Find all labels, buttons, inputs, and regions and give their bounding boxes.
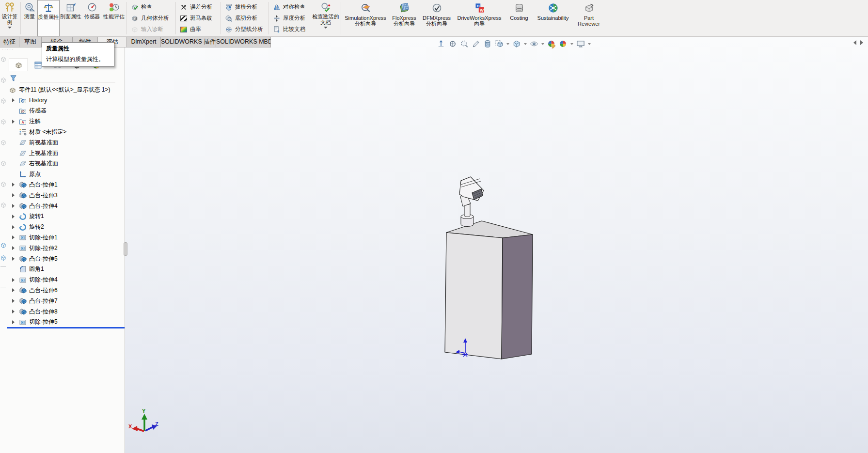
- geometry-analysis-button[interactable]: 几何体分析: [131, 13, 173, 24]
- hide-show-items-button[interactable]: [529, 39, 539, 48]
- tree-item[interactable]: 凸台-拉伸8: [7, 307, 124, 317]
- expand-arrow-icon[interactable]: [12, 288, 15, 292]
- dropdown-arrow-icon[interactable]: [541, 43, 544, 45]
- filter-input[interactable]: [20, 75, 115, 82]
- tree-item[interactable]: 切除-拉伸1: [7, 233, 124, 243]
- costing-button-label: Costing: [510, 15, 528, 21]
- tree-item[interactable]: 旋转2: [7, 222, 124, 232]
- curvature-button[interactable]: 曲率: [180, 24, 218, 35]
- expand-arrow-icon[interactable]: [12, 235, 15, 239]
- boss-extrude-icon: [19, 202, 27, 210]
- driveworksxpress-button[interactable]: DWDriveWorksXpress 向导: [454, 0, 505, 36]
- design-study-button[interactable]: 设计算例: [0, 0, 19, 36]
- expand-arrow-icon[interactable]: [12, 310, 15, 313]
- dfmxpress-button[interactable]: DFMXpress 分析向导: [420, 0, 454, 36]
- measure-button[interactable]: 测量: [22, 0, 37, 36]
- thickness-analysis-button[interactable]: 厚度分析: [273, 13, 310, 24]
- section-view-button[interactable]: [483, 39, 492, 48]
- compare-documents-button[interactable]: ?比较文档: [273, 24, 310, 35]
- tree-item[interactable]: 切除-拉伸2: [7, 243, 124, 253]
- dropdown-arrow-icon[interactable]: [506, 43, 509, 45]
- edit-appearance-button[interactable]: [547, 39, 556, 48]
- dropdown-arrow-icon[interactable]: [570, 43, 573, 45]
- chevron-right-icon[interactable]: [860, 40, 863, 45]
- tree-item[interactable]: 凸台-拉伸3: [7, 190, 124, 201]
- view-settings-button[interactable]: [576, 39, 585, 48]
- check-button[interactable]: 检查: [131, 1, 173, 13]
- deviation-analysis-button[interactable]: 误差分析: [180, 1, 218, 13]
- expand-arrow-icon[interactable]: [12, 193, 15, 197]
- up-arrow-button[interactable]: [436, 39, 446, 48]
- tree-root-item[interactable]: 零件11 (默认<<默认>_显示状态 1>): [7, 85, 124, 95]
- expand-arrow-icon[interactable]: [12, 299, 15, 303]
- tree-item[interactable]: 凸台-拉伸7: [7, 296, 124, 306]
- expand-arrow-icon[interactable]: [12, 278, 15, 282]
- expand-arrow-icon[interactable]: [12, 215, 15, 219]
- tree-item[interactable]: 凸台-拉伸4: [7, 201, 124, 211]
- tree-item[interactable]: 材质 <未指定>: [7, 127, 124, 137]
- tree-item[interactable]: 上视基准面: [7, 148, 124, 158]
- tab-1[interactable]: 特征: [0, 37, 19, 47]
- tab-6[interactable]: DimXpert: [127, 37, 161, 47]
- mass-properties-button[interactable]: 质量属性: [37, 0, 60, 36]
- parting-line-analysis-button[interactable]: 分型线分析: [225, 24, 266, 35]
- sustainability-button[interactable]: Sustainability: [533, 0, 573, 36]
- expand-arrow-icon[interactable]: [12, 98, 15, 102]
- tree-item[interactable]: 前视基准面: [7, 138, 124, 148]
- tree-item[interactable]: 旋转1: [7, 211, 124, 221]
- tree-item-label: 前视基准面: [29, 139, 58, 147]
- tab-7[interactable]: SOLIDWORKS 插件: [161, 37, 216, 47]
- sensor-button[interactable]: 传感器: [82, 0, 102, 36]
- simulationxpress-button-label: SimulationXpress 分析向导: [345, 15, 386, 27]
- chevron-left-icon[interactable]: [853, 40, 856, 45]
- ribbon-tool-group: 对称检查厚度分析?比较文档: [270, 0, 312, 36]
- filter-funnel-icon[interactable]: [10, 75, 17, 82]
- pencil-button[interactable]: [471, 39, 481, 48]
- tree-item[interactable]: 凸台-拉伸1: [7, 180, 124, 190]
- dropdown-arrow-icon[interactable]: [524, 43, 527, 45]
- zoom-to-fit-button[interactable]: [448, 39, 458, 48]
- apply-scene-button[interactable]: [558, 39, 568, 48]
- expand-arrow-icon[interactable]: [12, 204, 15, 208]
- tree-item[interactable]: 传感器: [7, 106, 124, 116]
- tree-item[interactable]: 切除-拉伸5: [7, 317, 124, 327]
- zebra-stripes-button[interactable]: 斑马条纹: [180, 13, 218, 24]
- graphics-viewport[interactable]: [125, 37, 868, 453]
- costing-button[interactable]: Costing: [505, 0, 533, 36]
- simulationxpress-button[interactable]: SimulationXpress 分析向导: [342, 0, 389, 36]
- tab-2[interactable]: 草图: [19, 37, 42, 47]
- tree-item[interactable]: 原点: [7, 169, 124, 179]
- tree-item[interactable]: 凸台-拉伸5: [7, 254, 124, 264]
- section-properties-button[interactable]: 剖面属性: [60, 0, 82, 36]
- expand-arrow-icon[interactable]: [12, 183, 15, 187]
- expand-arrow-icon[interactable]: [12, 257, 15, 261]
- zoom-to-area-button[interactable]: [459, 39, 469, 48]
- symmetry-check-button[interactable]: 对称检查: [273, 1, 310, 13]
- tree-item[interactable]: 圆角1: [7, 264, 124, 274]
- expand-arrow-icon[interactable]: [12, 225, 15, 229]
- floxpress-button[interactable]: FloXpress 分析向导: [389, 0, 420, 36]
- expand-arrow-icon[interactable]: [12, 246, 15, 250]
- expand-arrow-icon[interactable]: [12, 120, 15, 124]
- dropdown-arrow-icon[interactable]: [588, 43, 591, 45]
- expand-arrow-icon[interactable]: [12, 320, 15, 324]
- rollback-bar[interactable]: [7, 327, 125, 328]
- tree-item[interactable]: 切除-拉伸4: [7, 275, 124, 285]
- undercut-analysis-button[interactable]: 底切分析: [225, 13, 266, 24]
- draft-analysis-button[interactable]: 拔模分析: [225, 1, 266, 13]
- check-active-document-button[interactable]: 检查激活的文档: [312, 0, 340, 36]
- tree-item[interactable]: 右视基准面: [7, 158, 124, 169]
- separator: [341, 2, 341, 34]
- tree-item[interactable]: A注解: [7, 116, 124, 126]
- tree-item[interactable]: 凸台-拉伸6: [7, 285, 124, 296]
- panel-splitter-grip[interactable]: [124, 242, 127, 256]
- part-reviewer-button[interactable]: Part Reviewer: [573, 0, 605, 36]
- display-style-button[interactable]: [512, 39, 521, 48]
- tree-item[interactable]: History: [7, 95, 124, 106]
- view-orientation-button[interactable]: [494, 39, 504, 48]
- featuremanager-tab[interactable]: [9, 59, 28, 71]
- performance-evaluation-icon: [109, 2, 119, 13]
- cut-extrude-icon: [19, 276, 27, 284]
- tab-8[interactable]: SOLIDWORKS MBD: [216, 37, 271, 47]
- performance-evaluation-button[interactable]: 性能评估: [102, 0, 126, 36]
